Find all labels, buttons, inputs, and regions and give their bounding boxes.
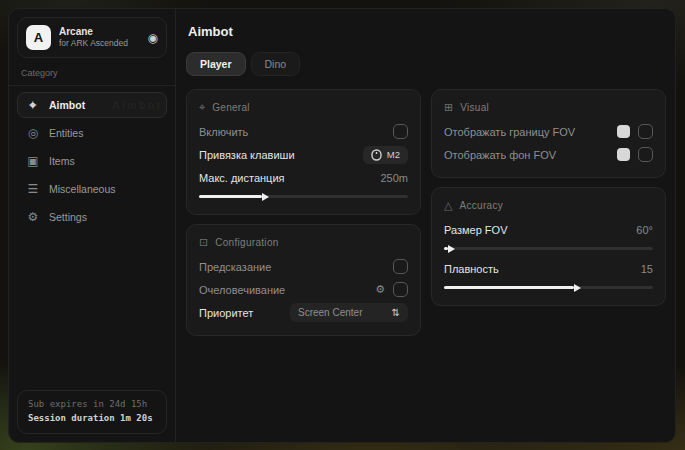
slider-fill [199, 195, 262, 198]
config-icon: ⊡ [199, 236, 208, 249]
sidebar-item-settings[interactable]: ⚙ Settings [17, 204, 167, 230]
right-column: ⊞ Visual Отображать границу FOV Отобража… [431, 89, 666, 336]
prediction-row: Предсказание [199, 255, 408, 278]
general-card-header: ⌖ General [199, 101, 408, 114]
humanization-checkbox[interactable] [393, 282, 408, 297]
main-content: Aimbot Player Dino ⌖ General Включить [176, 9, 676, 442]
nav-ghost-watermark: Aimbot [112, 99, 162, 111]
fov-size-row: Размер FOV 60° [444, 218, 653, 241]
sidebar-nav: ⌖ Aimbot Aimbot ◎ Entities ▣ Items ☰ Mis… [17, 92, 167, 230]
sidebar: A Arcane for ARK Ascended ◉ Category ⌖ A… [9, 9, 176, 442]
humanization-row: Очеловечивание ⚙ [199, 278, 408, 301]
humanization-label: Очеловечивание [199, 284, 285, 296]
fov-background-label: Отображать фон FOV [444, 149, 556, 161]
slider-fill [444, 286, 574, 289]
humanization-gear-icon[interactable]: ⚙ [375, 283, 385, 296]
fov-size-value: 60° [636, 224, 653, 236]
fov-background-color-swatch[interactable] [617, 148, 630, 161]
session-duration-text: Session duration 1m 20s [28, 412, 156, 426]
slider-track [444, 247, 653, 250]
sidebar-item-label: Entities [49, 127, 83, 139]
smoothness-slider[interactable] [444, 283, 653, 292]
sliders-icon: ☰ [26, 182, 40, 196]
keybind-label: Привязка клавиши [199, 149, 295, 161]
max-distance-label: Макс. дистанция [199, 172, 285, 184]
keybind-row: Привязка клавиши M2 [199, 143, 408, 166]
keybind-value: M2 [387, 149, 400, 160]
slider-fill [444, 247, 448, 250]
brand-settings-icon[interactable]: ◉ [148, 31, 158, 45]
brand-subtitle: for ARK Ascended [59, 38, 140, 49]
configuration-card-header: ⊡ Configuration [199, 236, 408, 249]
prediction-label: Предсказание [199, 261, 271, 273]
session-info-card: Sub expires in 24d 15h Session duration … [17, 390, 167, 434]
page-title: Aimbot [188, 24, 666, 39]
fov-size-label: Размер FOV [444, 224, 507, 236]
priority-label: Приоритет [199, 307, 253, 319]
smoothness-value: 15 [641, 263, 653, 275]
enable-label: Включить [199, 126, 248, 138]
fov-border-checkbox[interactable] [638, 124, 653, 139]
visual-card: ⊞ Visual Отображать границу FOV Отобража… [431, 89, 666, 178]
sidebar-item-label: Aimbot [49, 99, 85, 111]
card-title: General [212, 102, 250, 113]
card-title: Accuracy [459, 200, 503, 211]
enable-checkbox[interactable] [393, 124, 408, 139]
keybind-button[interactable]: M2 [363, 146, 408, 164]
left-column: ⌖ General Включить Привязка клавиши [186, 89, 421, 336]
sidebar-item-miscellaneous[interactable]: ☰ Miscellaneous [17, 176, 167, 202]
smoothness-label: Плавность [444, 263, 499, 275]
tab-player[interactable]: Player [186, 52, 246, 76]
fov-background-checkbox[interactable] [638, 147, 653, 162]
fov-border-color-swatch[interactable] [617, 125, 630, 138]
mouse-icon [371, 149, 382, 161]
max-distance-row: Макс. дистанция 250m [199, 166, 408, 189]
target-icon: ⌖ [199, 101, 205, 114]
selector-arrows-icon: ⇅ [392, 307, 400, 318]
crosshair-icon: ⌖ [26, 98, 40, 112]
fov-size-slider[interactable] [444, 244, 653, 253]
sidebar-item-aimbot[interactable]: ⌖ Aimbot Aimbot [17, 92, 167, 118]
fov-background-row: Отображать фон FOV [444, 143, 653, 166]
sub-expires-text: Sub expires in 24d 15h [28, 398, 156, 412]
card-grid: ⌖ General Включить Привязка клавиши [186, 89, 666, 336]
prediction-checkbox[interactable] [393, 259, 408, 274]
max-distance-slider[interactable] [199, 192, 408, 201]
enable-row: Включить [199, 120, 408, 143]
brand-card: A Arcane for ARK Ascended ◉ [17, 17, 167, 58]
visual-card-header: ⊞ Visual [444, 101, 653, 114]
priority-dropdown[interactable]: Screen Center ⇅ [290, 303, 408, 322]
priority-row: Приоритет Screen Center ⇅ [199, 301, 408, 324]
configuration-card: ⊡ Configuration Предсказание Очеловечива… [186, 224, 421, 336]
brand-title: Arcane [59, 26, 140, 39]
sidebar-divider [9, 85, 175, 86]
brand-text: Arcane for ARK Ascended [59, 26, 140, 49]
visual-icon: ⊞ [444, 101, 453, 114]
fov-border-row: Отображать границу FOV [444, 120, 653, 143]
smoothness-row: Плавность 15 [444, 257, 653, 280]
sidebar-item-label: Settings [49, 211, 87, 223]
brand-logo: A [26, 25, 51, 50]
sidebar-item-items[interactable]: ▣ Items [17, 148, 167, 174]
tab-dino[interactable]: Dino [251, 52, 301, 76]
priority-selected-value: Screen Center [298, 307, 362, 318]
gear-icon: ⚙ [26, 210, 40, 224]
max-distance-value: 250m [380, 172, 408, 184]
category-label: Category [21, 68, 165, 78]
sidebar-item-label: Miscellaneous [49, 183, 116, 195]
box-icon: ▣ [26, 154, 40, 168]
accuracy-card-header: △ Accuracy [444, 199, 653, 212]
fov-border-label: Отображать границу FOV [444, 126, 575, 138]
sidebar-item-entities[interactable]: ◎ Entities [17, 120, 167, 146]
tab-bar: Player Dino [186, 52, 666, 76]
general-card: ⌖ General Включить Привязка клавиши [186, 89, 421, 215]
triangle-icon: △ [444, 199, 452, 212]
accuracy-card: △ Accuracy Размер FOV 60° Плавность 1 [431, 187, 666, 306]
card-title: Visual [460, 102, 489, 113]
sidebar-item-label: Items [49, 155, 75, 167]
scan-icon: ◎ [26, 126, 40, 140]
app-window: A Arcane for ARK Ascended ◉ Category ⌖ A… [8, 8, 676, 443]
card-title: Configuration [215, 237, 278, 248]
